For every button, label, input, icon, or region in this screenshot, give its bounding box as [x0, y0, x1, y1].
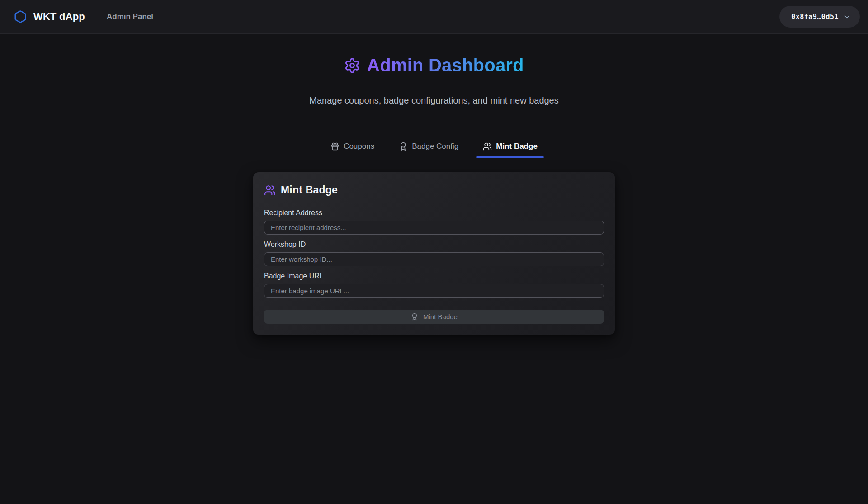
field-group-recipient-address: Recipient Address — [264, 209, 604, 235]
users-icon — [483, 142, 492, 151]
gear-icon — [344, 57, 360, 74]
nav-link-admin-panel[interactable]: Admin Panel — [107, 12, 153, 21]
award-icon — [410, 313, 419, 321]
recipient-address-input[interactable] — [264, 221, 604, 235]
tab-label: Coupons — [344, 142, 374, 151]
card-header: Mint Badge — [264, 184, 604, 196]
gift-icon — [330, 142, 340, 151]
main-content: Admin Dashboard Manage coupons, badge co… — [253, 55, 615, 335]
field-group-workshop-id: Workshop ID — [264, 240, 604, 266]
tab-label: Badge Config — [412, 142, 458, 151]
navbar-left: WKT dApp Admin Panel — [14, 10, 153, 24]
brand-name: WKT dApp — [33, 11, 85, 23]
tab-mint-badge[interactable]: Mint Badge — [476, 139, 544, 157]
mint-badge-button[interactable]: Mint Badge — [264, 310, 604, 324]
tab-label: Mint Badge — [496, 142, 538, 151]
workshop-id-label: Workshop ID — [264, 240, 604, 249]
page-title: Admin Dashboard — [367, 55, 524, 75]
page-title-row: Admin Dashboard — [253, 55, 615, 75]
workshop-id-input[interactable] — [264, 252, 604, 266]
badge-image-url-input[interactable] — [264, 284, 604, 298]
tab-bar: Coupons Badge Config Mint Badge — [253, 139, 615, 157]
page-subtitle: Manage coupons, badge configurations, an… — [253, 95, 615, 106]
recipient-address-label: Recipient Address — [264, 209, 604, 217]
tab-badge-config[interactable]: Badge Config — [392, 139, 465, 157]
chevron-down-icon — [843, 13, 851, 21]
tab-coupons[interactable]: Coupons — [324, 139, 381, 157]
badge-image-url-label: Badge Image URL — [264, 272, 604, 280]
mint-badge-button-label: Mint Badge — [423, 313, 458, 320]
wallet-address-text: 0x8fa9…0d51 — [791, 13, 839, 21]
wallet-address-button[interactable]: 0x8fa9…0d51 — [779, 6, 860, 28]
field-group-badge-image-url: Badge Image URL — [264, 272, 604, 298]
hexagon-logo-icon — [14, 10, 27, 24]
card-title: Mint Badge — [281, 184, 338, 196]
users-icon — [264, 184, 276, 196]
navbar: WKT dApp Admin Panel 0x8fa9…0d51 — [0, 0, 868, 34]
mint-badge-card: Mint Badge Recipient Address Workshop ID… — [253, 172, 615, 335]
award-icon — [399, 142, 408, 151]
